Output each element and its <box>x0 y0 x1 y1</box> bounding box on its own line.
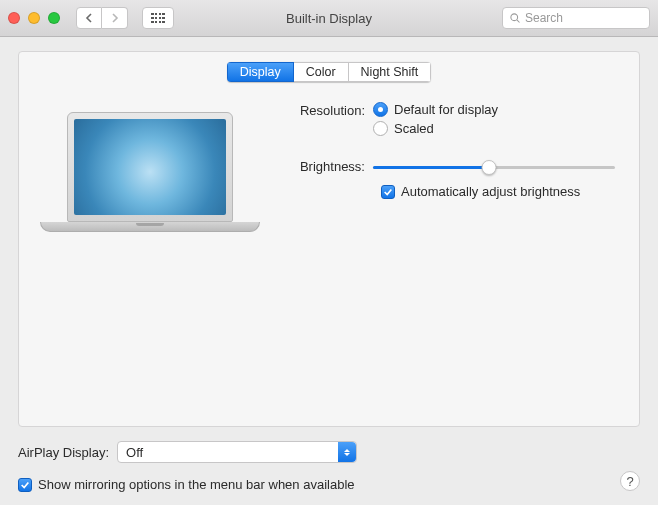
airplay-select[interactable]: Off <box>117 441 357 463</box>
tab-color[interactable]: Color <box>294 62 349 82</box>
radio-selected-icon <box>373 102 388 117</box>
forward-button[interactable] <box>102 7 128 29</box>
auto-brightness-label: Automatically adjust brightness <box>401 184 580 199</box>
show-all-button[interactable] <box>142 7 174 29</box>
resolution-default-label: Default for display <box>394 102 498 117</box>
svg-point-0 <box>511 14 518 21</box>
checkbox-checked-icon <box>381 185 395 199</box>
airplay-value: Off <box>126 445 143 460</box>
checkbox-checked-icon <box>18 478 32 492</box>
airplay-label: AirPlay Display: <box>18 445 109 460</box>
tab-group: Display Color Night Shift <box>227 62 432 82</box>
search-input[interactable]: Search <box>502 7 650 29</box>
slider-knob-icon[interactable] <box>482 160 497 175</box>
tab-night-shift[interactable]: Night Shift <box>349 62 432 82</box>
tab-display[interactable]: Display <box>227 62 294 82</box>
resolution-scaled-radio[interactable]: Scaled <box>373 121 615 136</box>
chevron-right-icon <box>111 13 119 23</box>
select-arrows-icon <box>338 442 356 462</box>
mirroring-label: Show mirroring options in the menu bar w… <box>38 477 355 492</box>
mirroring-checkbox[interactable]: Show mirroring options in the menu bar w… <box>18 477 355 492</box>
close-window-icon[interactable] <box>8 12 20 24</box>
search-icon <box>509 12 521 24</box>
resolution-default-radio[interactable]: Default for display <box>373 102 615 117</box>
back-button[interactable] <box>76 7 102 29</box>
display-thumbnail <box>50 112 250 232</box>
help-icon: ? <box>626 474 633 489</box>
window-traffic-lights[interactable] <box>8 12 60 24</box>
main-panel: Display Color Night Shift Resolution: <box>18 51 640 427</box>
grid-icon <box>151 13 165 23</box>
search-placeholder: Search <box>525 11 563 25</box>
brightness-slider[interactable] <box>373 158 615 176</box>
chevron-left-icon <box>85 13 93 23</box>
zoom-window-icon[interactable] <box>48 12 60 24</box>
resolution-label: Resolution: <box>285 102 373 118</box>
resolution-scaled-label: Scaled <box>394 121 434 136</box>
svg-line-1 <box>517 20 520 23</box>
minimize-window-icon[interactable] <box>28 12 40 24</box>
auto-brightness-checkbox[interactable]: Automatically adjust brightness <box>381 184 615 199</box>
help-button[interactable]: ? <box>620 471 640 491</box>
radio-unselected-icon <box>373 121 388 136</box>
brightness-label: Brightness: <box>285 158 373 174</box>
